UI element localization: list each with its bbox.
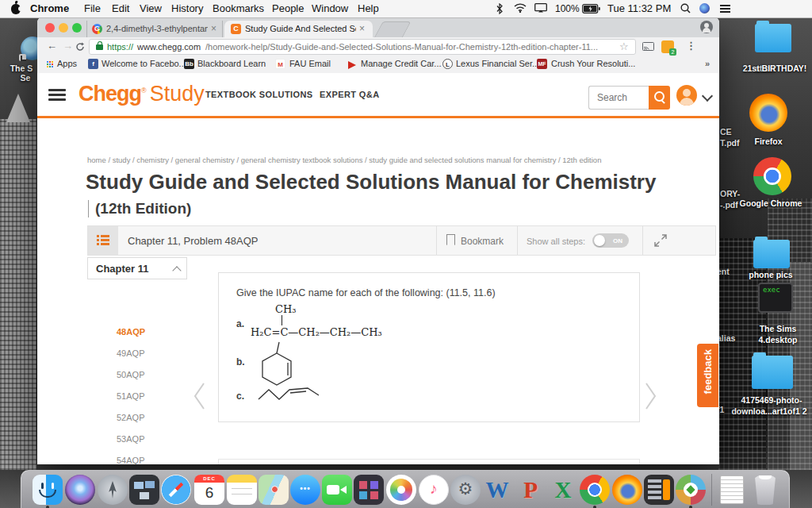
sidebar-item-51aqp[interactable]: 51AQP: [117, 391, 144, 401]
battery-percent[interactable]: 100%: [555, 2, 580, 15]
dock-messages-icon[interactable]: •••: [290, 475, 320, 505]
dock-firefox-icon[interactable]: [612, 475, 642, 505]
browser-profile-icon[interactable]: [700, 21, 713, 33]
dock-chrome-icon[interactable]: [580, 475, 610, 505]
dock-excel-icon[interactable]: X: [548, 475, 578, 505]
menu-clock[interactable]: Tue 11:32 PM: [607, 2, 671, 15]
sidebar-item-53aqp[interactable]: 53AQP: [117, 434, 144, 444]
dock-system-preferences-icon[interactable]: ⚙: [450, 475, 481, 505]
dock-launchpad-icon[interactable]: [98, 475, 128, 505]
desktop-folder-birthday[interactable]: [755, 24, 791, 52]
notification-center-icon[interactable]: [720, 5, 730, 6]
reload-icon[interactable]: [75, 42, 85, 52]
battery-icon[interactable]: [582, 4, 600, 13]
browser-menu-icon[interactable]: ⋮: [686, 40, 696, 52]
nav-textbook-solutions[interactable]: TEXTBOOK SOLUTIONS: [205, 90, 313, 99]
dock-notes-icon[interactable]: [227, 475, 257, 505]
bookmark-button[interactable]: Bookmark: [461, 236, 504, 247]
dock-word-icon[interactable]: W: [482, 475, 512, 505]
bookmark-crush[interactable]: Crush Your Resoluti...: [551, 59, 635, 68]
dock-itunes-icon[interactable]: ♪: [419, 475, 449, 505]
desktop-icon-exec-terminal[interactable]: exec: [758, 283, 793, 313]
wallpaper-building-right3: [790, 262, 812, 470]
zoom-window-button[interactable]: [72, 23, 82, 33]
bookmark-star-icon[interactable]: ☆: [619, 40, 629, 54]
dock-siri-icon[interactable]: [65, 475, 95, 505]
dock-photos-icon[interactable]: [386, 475, 416, 505]
bookmark-credit[interactable]: Manage Credit Car...: [361, 59, 442, 68]
bookmark-lexus[interactable]: Lexus Financial Ser...: [456, 59, 539, 68]
tab-google-search[interactable]: G 2,4-dimethyl-3-ethylpentane s ×: [86, 21, 223, 37]
feedback-tab[interactable]: feedback: [697, 344, 718, 407]
menu-view[interactable]: View: [140, 2, 162, 15]
search-box[interactable]: [588, 86, 649, 110]
dock-documents-stack-icon[interactable]: [720, 475, 744, 504]
search-input[interactable]: [596, 91, 648, 104]
desktop-icon-firefox[interactable]: [749, 94, 787, 132]
bookmark-facebook[interactable]: Welcome to Facebo...: [102, 59, 186, 68]
search-button[interactable]: [649, 86, 670, 110]
menu-window[interactable]: Window: [312, 2, 348, 15]
bookmark-flag-icon[interactable]: [446, 234, 455, 245]
bluetooth-icon[interactable]: [496, 3, 504, 14]
dock-facetime-icon[interactable]: [322, 475, 352, 505]
menu-hamburger-icon[interactable]: [48, 89, 66, 91]
nav-expert-qa[interactable]: EXPERT Q&A: [320, 90, 380, 99]
menu-app-name[interactable]: Chrome: [30, 2, 69, 15]
menu-edit[interactable]: Edit: [112, 2, 129, 15]
spotlight-icon[interactable]: [680, 3, 691, 13]
apple-menu-icon[interactable]: [11, 4, 21, 14]
tab-chegg-active[interactable]: C Study Guide And Selected Solu ×: [224, 21, 373, 37]
breadcrumb[interactable]: home / study / chemistry / general chemi…: [87, 156, 642, 164]
problem-list-button[interactable]: [88, 226, 118, 255]
new-tab-button[interactable]: [373, 21, 411, 38]
dock-mission-control-icon[interactable]: [129, 475, 159, 505]
menu-file[interactable]: File: [84, 2, 101, 15]
cast-icon[interactable]: [642, 42, 654, 51]
menu-help[interactable]: Help: [358, 2, 379, 15]
dock-finder-icon[interactable]: [33, 475, 63, 505]
sidebar-item-48aqp[interactable]: 48AQP: [117, 327, 145, 337]
sidebar-chapter-header[interactable]: Chapter 11: [87, 257, 187, 279]
extension-icon[interactable]: 2: [661, 40, 674, 53]
bookmark-blackboard[interactable]: Blackboard Learn: [197, 59, 266, 68]
bookmarks-overflow-icon[interactable]: »: [705, 59, 710, 68]
dock-calculator-icon[interactable]: [644, 475, 674, 505]
account-chevron-down-icon[interactable]: [702, 90, 713, 102]
desktop-icon-chrome[interactable]: [753, 157, 791, 195]
close-window-button[interactable]: [45, 23, 55, 33]
sidebar-item-50aqp[interactable]: 50AQP: [117, 370, 144, 379]
close-tab-icon[interactable]: ×: [211, 23, 216, 34]
bookmark-apps[interactable]: Apps: [57, 59, 77, 68]
dock-safari-icon[interactable]: [161, 475, 191, 505]
menu-people[interactable]: People: [272, 2, 304, 15]
sidebar-item-54aqp[interactable]: 54AQP: [117, 456, 144, 464]
chegg-logo[interactable]: Chegg®Study: [79, 82, 205, 106]
menu-bookmarks[interactable]: Bookmarks: [213, 2, 264, 15]
back-icon[interactable]: ←: [47, 40, 57, 52]
close-tab-icon[interactable]: ×: [359, 23, 365, 34]
dock-calendar-icon[interactable]: DEC 6: [194, 475, 224, 505]
expand-fullscreen-icon[interactable]: [653, 233, 668, 248]
display-mirroring-icon[interactable]: [534, 3, 547, 13]
dock-powerpoint-icon[interactable]: P: [515, 475, 546, 505]
dock-maps-icon[interactable]: [259, 475, 289, 505]
sidebar-item-49aqp[interactable]: 49AQP: [117, 348, 144, 358]
minimize-window-button[interactable]: [59, 23, 68, 33]
prev-problem-chevron[interactable]: [193, 381, 207, 411]
wifi-icon[interactable]: [514, 3, 527, 13]
bookmark-fau-email[interactable]: FAU Email: [289, 59, 331, 68]
forward-icon[interactable]: →: [63, 40, 73, 52]
list-icon: [97, 235, 99, 237]
show-all-steps-toggle[interactable]: ON: [592, 233, 629, 248]
desktop-folder-phonepics[interactable]: [753, 240, 790, 268]
dock-photobooth-icon[interactable]: [354, 475, 384, 505]
menu-history[interactable]: History: [171, 2, 203, 15]
sidebar-item-52aqp[interactable]: 52AQP: [117, 413, 144, 422]
user-avatar[interactable]: [676, 85, 697, 106]
dock-sims4-icon[interactable]: [676, 475, 706, 505]
next-problem-chevron[interactable]: [643, 381, 657, 411]
desktop-folder-photo[interactable]: [752, 356, 793, 389]
url-bar[interactable]: https:// www.chegg.com /homework-help/St…: [89, 39, 636, 55]
siri-icon[interactable]: [699, 3, 710, 13]
